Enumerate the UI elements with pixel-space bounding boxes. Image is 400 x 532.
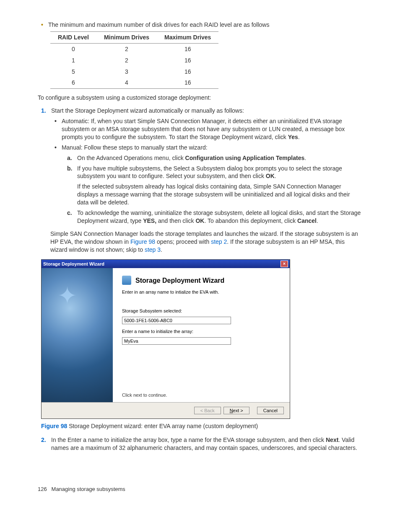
table-row: 6 4 16 <box>50 77 218 88</box>
step-number: 1. <box>41 107 47 115</box>
page-number: 126 <box>38 486 47 492</box>
wizard-desc: Enter in an array name to intialize the … <box>122 289 281 295</box>
back-button: < Back <box>194 407 221 414</box>
array-name-input[interactable] <box>122 337 231 345</box>
bullet-text: The minimum and maximum number of disk d… <box>48 21 270 29</box>
wizard-icon <box>122 276 131 285</box>
automatic-text: Automatic: If, when you start Simple SAN… <box>62 117 362 141</box>
step1-a-text: On the Advanced Operations menu, click C… <box>77 154 306 162</box>
step2-text: In the Enter a name to initialize the ar… <box>51 436 362 452</box>
wizard-label-subsystem: Storage Subsystem selected: <box>122 308 281 314</box>
bullet-dot-icon: • <box>55 117 57 141</box>
th-min-drives: Minimum Drives <box>96 31 157 43</box>
table-row: 0 2 16 <box>50 43 218 54</box>
raid-table: RAID Level Minimum Drives Maximum Drives… <box>50 31 218 89</box>
step-text: Start the Storage Deployment wizard auto… <box>51 107 244 115</box>
wizard-titlebar: Storage Deployment Wizard × <box>42 260 290 268</box>
close-icon[interactable]: × <box>281 261 288 267</box>
subsystem-selected-input[interactable] <box>122 317 231 324</box>
wizard-heading: Storage Deployment Wizard <box>122 276 281 285</box>
step1-tail: Simple SAN Connection Manager loads the … <box>50 230 362 254</box>
cancel-button[interactable]: Cancel <box>257 407 284 414</box>
step1-c: c. To acknowledge the warning, uninitial… <box>67 209 362 225</box>
wizard-continue-note: Click next to continue. <box>122 392 167 398</box>
step1-c-text: To acknowledge the warning, uninitialize… <box>77 209 362 225</box>
table-row: 1 2 16 <box>50 55 218 66</box>
footer-section: Managing storage subsystems <box>52 486 125 492</box>
wizard-sidebar-image <box>42 268 113 402</box>
page-footer: 126 Managing storage subsystems <box>38 486 362 493</box>
table-row: 5 3 16 <box>50 66 218 77</box>
step-1: 1. Start the Storage Deployment wizard a… <box>38 107 362 115</box>
letter-mark: a. <box>67 154 74 162</box>
figure-number: Figure 98 <box>41 423 67 429</box>
intro-text: To configure a subsystem using a customi… <box>38 94 362 102</box>
step-2: 2. In the Enter a name to initialize the… <box>38 436 362 452</box>
wizard-label-arrayname: Enter a name to initialize the array: <box>122 328 281 335</box>
bullet-dot-icon: • <box>55 144 57 152</box>
wizard-window: Storage Deployment Wizard × Storage Depl… <box>41 259 290 419</box>
wizard-button-row: < BackNext >Cancel <box>42 402 290 418</box>
step-2-link[interactable]: step 2 <box>211 238 227 245</box>
figure-caption: Figure 98 Storage Deployment wizard: ent… <box>41 422 362 430</box>
step1-b: b. If you have multiple subsystems, the … <box>67 165 362 207</box>
step1-b-text: If you have multiple subsystems, the Sel… <box>77 165 362 207</box>
step1-b-p2: If the selected subsystem already has lo… <box>77 183 362 207</box>
th-raid-level: RAID Level <box>50 31 96 43</box>
figure-98: Storage Deployment Wizard × Storage Depl… <box>41 259 362 430</box>
step1-a: a. On the Advanced Operations menu, clic… <box>67 154 362 162</box>
step-number: 2. <box>41 436 47 452</box>
figure-98-link[interactable]: Figure 98 <box>130 238 155 245</box>
step1-automatic: • Automatic: If, when you start Simple S… <box>55 117 362 141</box>
bullet-dot-icon: • <box>41 21 43 29</box>
bullet-raid-limits: • The minimum and maximum number of disk… <box>38 21 362 29</box>
letter-mark: c. <box>67 209 74 225</box>
next-button[interactable]: Next > <box>223 407 249 414</box>
th-max-drives: Maximum Drives <box>157 31 218 43</box>
wizard-title-text: Storage Deployment Wizard <box>43 261 104 267</box>
table-header-row: RAID Level Minimum Drives Maximum Drives <box>50 31 218 43</box>
step-3-link[interactable]: step 3 <box>145 246 161 253</box>
step1-manual: • Manual: Follow these steps to manually… <box>55 144 362 152</box>
manual-text: Manual: Follow these steps to manually s… <box>62 144 208 152</box>
letter-mark: b. <box>67 165 74 207</box>
